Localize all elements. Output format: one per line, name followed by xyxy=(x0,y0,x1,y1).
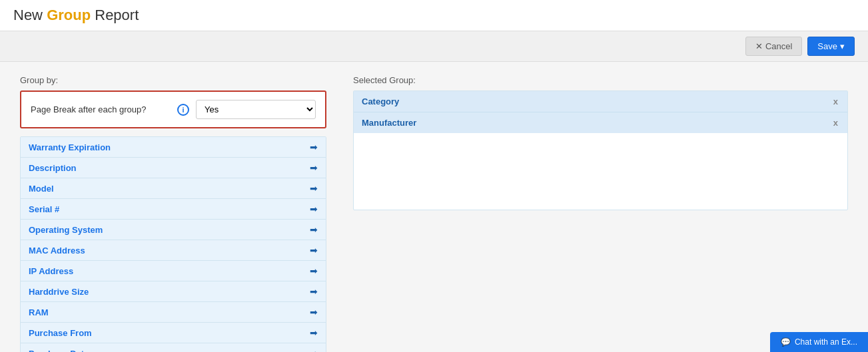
list-item-label: IP Address xyxy=(29,266,73,276)
list-item-label: Description xyxy=(29,163,77,173)
list-item[interactable]: IP Address➡ xyxy=(21,261,326,281)
right-panel: Selected Group: CategoryxManufacturerx xyxy=(353,75,848,352)
list-item-label: Harddrive Size xyxy=(29,287,89,297)
list-item[interactable]: Warranty Expiration➡ xyxy=(21,137,326,158)
main-content: Group by: Page Break after each group? i… xyxy=(0,62,868,352)
save-label: Save xyxy=(817,41,837,51)
arrow-icon: ➡ xyxy=(310,162,318,173)
selected-item-label: Manufacturer xyxy=(362,118,416,128)
title-highlight: Group xyxy=(47,7,91,23)
save-dropdown-icon: ▾ xyxy=(840,41,845,51)
list-item[interactable]: Harddrive Size➡ xyxy=(21,281,326,302)
selected-item: Manufacturerx xyxy=(354,112,847,133)
list-item[interactable]: Serial #➡ xyxy=(21,199,326,220)
arrow-icon: ➡ xyxy=(310,245,318,256)
list-item-label: Operating System xyxy=(29,225,103,235)
page-title: New Group Report xyxy=(13,7,855,24)
selected-item-label: Category xyxy=(362,96,399,106)
arrow-icon: ➡ xyxy=(310,348,318,352)
chat-label: Chat with an Ex... xyxy=(795,337,857,347)
group-by-box: Page Break after each group? i Yes No xyxy=(20,90,326,128)
cancel-button[interactable]: ✕ Cancel xyxy=(745,37,802,56)
list-item[interactable]: Description➡ xyxy=(21,158,326,178)
arrow-icon: ➡ xyxy=(310,183,318,194)
info-icon[interactable]: i xyxy=(177,104,189,116)
group-by-section-label: Group by: xyxy=(20,75,326,85)
title-suffix: Report xyxy=(91,7,139,23)
arrow-icon: ➡ xyxy=(310,327,318,338)
arrow-icon: ➡ xyxy=(310,142,318,152)
arrow-icon: ➡ xyxy=(310,286,318,297)
list-item[interactable]: Purchase From➡ xyxy=(21,323,326,343)
page-header: New Group Report xyxy=(0,0,868,31)
remove-selected-button[interactable]: x xyxy=(832,96,839,106)
remove-selected-button[interactable]: x xyxy=(832,118,839,128)
list-item-label: Purchase Date xyxy=(29,349,89,353)
page-break-label: Page Break after each group? xyxy=(31,104,171,114)
list-item-label: Warranty Expiration xyxy=(29,142,111,152)
list-item-label: Purchase From xyxy=(29,328,92,338)
save-button[interactable]: Save ▾ xyxy=(807,37,855,56)
arrow-icon: ➡ xyxy=(310,307,318,317)
list-item[interactable]: RAM➡ xyxy=(21,302,326,323)
selected-group-box: CategoryxManufacturerx xyxy=(353,90,848,210)
arrow-icon: ➡ xyxy=(310,265,318,276)
list-item[interactable]: MAC Address➡ xyxy=(21,240,326,261)
cancel-label: Cancel xyxy=(765,41,792,51)
toolbar: ✕ Cancel Save ▾ xyxy=(0,31,868,62)
list-item-label: Model xyxy=(29,184,54,194)
cancel-icon: ✕ xyxy=(755,41,763,51)
list-item-label: MAC Address xyxy=(29,246,85,256)
arrow-icon: ➡ xyxy=(310,224,318,235)
page-break-dropdown[interactable]: Yes No xyxy=(196,100,316,119)
list-item-label: RAM xyxy=(29,307,49,317)
selected-group-label: Selected Group: xyxy=(353,75,848,85)
list-item-label: Serial # xyxy=(29,204,59,214)
list-item[interactable]: Operating System➡ xyxy=(21,220,326,240)
selected-item: Categoryx xyxy=(354,91,847,112)
chat-widget[interactable]: 💬 Chat with an Ex... xyxy=(770,332,868,352)
left-panel: Group by: Page Break after each group? i… xyxy=(20,75,326,352)
list-item[interactable]: Model➡ xyxy=(21,178,326,199)
title-prefix: New xyxy=(13,7,47,23)
list-item[interactable]: Purchase Date➡ xyxy=(21,343,326,352)
available-fields-list: Warranty Expiration➡Description➡Model➡Se… xyxy=(20,136,326,352)
chat-icon: 💬 xyxy=(781,337,791,347)
arrow-icon: ➡ xyxy=(310,204,318,214)
